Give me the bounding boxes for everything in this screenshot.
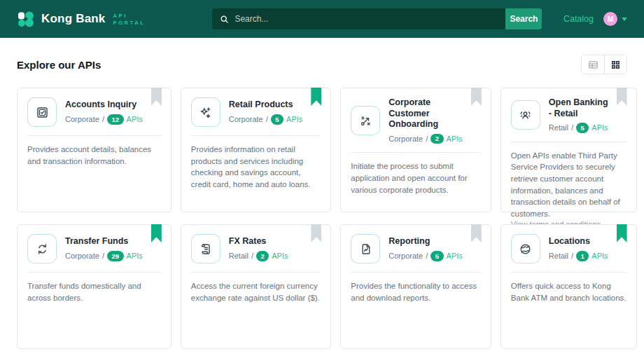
api-count-label: APIs: [447, 252, 463, 260]
api-count-label: APIs: [286, 115, 302, 123]
api-card-category: Corporate: [388, 135, 423, 143]
api-count-badge: 12: [107, 114, 124, 124]
card-icon-tile: [351, 106, 380, 135]
api-card-title: FX Rates: [229, 236, 288, 247]
api-count-label: APIs: [447, 135, 463, 143]
card-divider: [27, 135, 161, 136]
api-card-separator: /: [571, 252, 573, 260]
app-header: Kong Bank API PORTAL Search Catalog M: [0, 0, 644, 38]
card-divider: [351, 272, 481, 273]
swap-arrows-icon: [28, 235, 56, 263]
api-card-category: Corporate: [65, 252, 99, 260]
api-card-description: Provides information on retail products …: [191, 144, 321, 191]
api-card-meta: Corporate / 12 APIs: [65, 114, 143, 124]
search-bar: Search: [212, 8, 542, 29]
grid-view-button[interactable]: [604, 55, 626, 74]
api-card-title: Corporate Customer Onboarding: [388, 97, 463, 130]
api-card[interactable]: Accounts Inquiry Corporate / 12 APIs Pro…: [17, 88, 172, 212]
brand-subtitle: API PORTAL: [113, 13, 146, 26]
api-card-grid: Accounts Inquiry Corporate / 12 APIs Pro…: [17, 88, 627, 349]
sparkles-icon: [192, 98, 220, 126]
api-card-description: Transfer funds domestically and across b…: [27, 280, 161, 303]
brand-name: Kong Bank: [41, 12, 106, 26]
card-icon-tile: [511, 100, 540, 130]
card-divider: [511, 142, 626, 142]
card-divider: [511, 272, 626, 273]
api-card-separator: /: [571, 123, 573, 132]
checkbox-icon: [28, 98, 56, 126]
api-card-meta: Retail / 1 APIs: [549, 251, 608, 261]
card-head: Accounts Inquiry Corporate / 12 APIs: [27, 97, 161, 127]
user-broadcast-icon: [512, 101, 540, 129]
api-card[interactable]: Corporate Customer Onboarding Corporate …: [340, 88, 491, 212]
api-count-badge: 2: [256, 251, 269, 261]
api-card-title: Transfer Funds: [65, 236, 143, 247]
api-card-description: Access the current foreign currency exch…: [191, 280, 321, 303]
search-button[interactable]: Search: [505, 8, 542, 29]
view-toggle: [581, 55, 627, 74]
api-count-badge: 1: [576, 251, 589, 261]
api-card[interactable]: Reporting Corporate / 5 APIs Provides th…: [340, 224, 491, 349]
card-divider: [191, 272, 321, 273]
search-icon: [220, 15, 229, 24]
api-count-label: APIs: [127, 115, 143, 123]
user-menu[interactable]: M: [603, 12, 627, 26]
page-title: Explore our APIs: [17, 59, 101, 71]
card-icon-tile: [351, 234, 380, 263]
api-card-category: Retail: [549, 252, 568, 260]
api-card-category: Retail: [229, 252, 248, 260]
kong-bank-logo-icon: [17, 10, 35, 28]
card-divider: [27, 272, 161, 273]
api-card-title: Retail Products: [229, 100, 303, 111]
api-card[interactable]: Open Banking - Retail Retail / 5 APIs Op…: [500, 88, 637, 212]
card-icon-tile: [191, 97, 220, 127]
brand[interactable]: Kong Bank API PORTAL: [17, 10, 145, 28]
api-card-category: Retail: [549, 123, 568, 132]
api-card-meta: Corporate / 2 APIs: [388, 134, 463, 144]
api-card-title: Open Banking - Retail: [549, 97, 608, 119]
main-content: Explore our APIs Accounts Inquiry: [0, 38, 644, 363]
card-head: Corporate Customer Onboarding Corporate …: [351, 97, 481, 144]
route-icon: [351, 107, 379, 135]
card-head: Transfer Funds Corporate / 29 APIs: [27, 234, 161, 263]
api-card-separator: /: [266, 115, 268, 123]
chevron-down-icon: [622, 18, 627, 21]
api-card-meta: Corporate / 5 APIs: [229, 114, 303, 124]
api-card-separator: /: [102, 252, 104, 260]
card-head: Open Banking - Retail Retail / 5 APIs: [511, 97, 626, 133]
card-head: Locations Retail / 1 APIs: [511, 234, 626, 263]
catalog-link[interactable]: Catalog: [564, 14, 594, 24]
card-head: Retail Products Corporate / 5 APIs: [191, 97, 321, 127]
api-card[interactable]: Retail Products Corporate / 5 APIs Provi…: [181, 88, 332, 212]
table-view-button[interactable]: [582, 55, 604, 74]
api-card-description: Open APIs enable Third Party Service Pro…: [511, 150, 626, 220]
api-card-description: Provides account details, balances and t…: [27, 144, 161, 167]
card-head: FX Rates Retail / 2 APIs: [191, 234, 321, 263]
card-divider: [351, 152, 481, 153]
card-head: Reporting Corporate / 5 APIs: [351, 234, 481, 263]
api-card[interactable]: Transfer Funds Corporate / 29 APIs Trans…: [17, 224, 172, 349]
api-card-description: Initiate the process to submit applicati…: [351, 160, 481, 196]
api-card-separator: /: [102, 115, 104, 123]
api-card-separator: /: [251, 252, 253, 260]
header-right: Catalog M: [564, 12, 627, 26]
scroll-icon: [192, 235, 220, 263]
api-card-meta: Retail / 5 APIs: [549, 123, 608, 132]
api-card[interactable]: Locations Retail / 1 APIs Offers quick a…: [500, 224, 637, 349]
card-icon-tile: [27, 234, 57, 263]
api-card-description: Offers quick access to Kong Bank ATM and…: [511, 280, 626, 303]
api-count-badge: 5: [430, 251, 443, 261]
api-card-meta: Corporate / 5 APIs: [388, 251, 463, 261]
avatar[interactable]: M: [603, 12, 617, 26]
search-input[interactable]: [234, 14, 498, 24]
page-head: Explore our APIs: [17, 55, 627, 74]
card-icon-tile: [191, 234, 220, 263]
report-doc-icon: [351, 235, 379, 263]
api-card-meta: Retail / 2 APIs: [229, 251, 288, 261]
api-card[interactable]: FX Rates Retail / 2 APIs Access the curr…: [181, 224, 332, 349]
api-count-badge: 2: [430, 134, 443, 144]
api-count-badge: 5: [271, 114, 284, 124]
api-card-description: Provides the functionality to access and…: [351, 280, 481, 303]
api-card-meta: Corporate / 29 APIs: [65, 251, 143, 261]
api-count-label: APIs: [592, 252, 608, 260]
